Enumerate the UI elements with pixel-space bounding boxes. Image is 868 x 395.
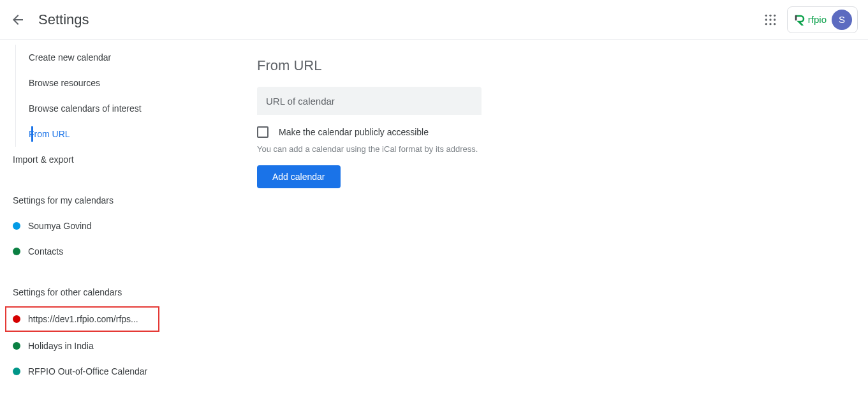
page-title: Settings [38, 11, 89, 28]
header-left: Settings [10, 11, 89, 28]
svg-point-3 [765, 19, 767, 20]
back-arrow-icon[interactable] [10, 12, 26, 27]
sidebar-item-label: Browse calendars of interest [29, 103, 142, 114]
add-calendar-button[interactable]: Add calendar [257, 165, 341, 188]
sidebar-item-label: Import & export [13, 154, 74, 165]
svg-point-4 [769, 19, 771, 20]
main-content: From URL Make the calendar publicly acce… [166, 40, 868, 395]
sidebar-cal-item[interactable]: RFPIO Out-of-Office Calendar [0, 359, 166, 384]
header: Settings rfpio S [0, 0, 868, 40]
sidebar-cal-item[interactable]: Holidays in India [0, 333, 166, 359]
sidebar-item-label: RFPIO Out-of-Office Calendar [28, 366, 147, 376]
sidebar-cal-item[interactable]: Contacts [0, 239, 166, 264]
sidebar-item-from-url[interactable]: From URL [16, 121, 166, 147]
sidebar-section-other-calendars: Settings for other calendars [0, 279, 166, 305]
public-checkbox[interactable] [257, 126, 268, 138]
sidebar-item-label: Soumya Govind [28, 221, 92, 231]
url-input[interactable] [257, 87, 482, 115]
svg-point-8 [774, 23, 776, 25]
sidebar-section-my-calendars: Settings for my calendars [0, 188, 166, 213]
svg-point-7 [769, 23, 771, 25]
sidebar-cal-item[interactable]: Soumya Govind [0, 213, 166, 239]
sidebar-item-label: Holidays in India [28, 341, 94, 351]
apps-grid-icon[interactable] [763, 12, 778, 27]
svg-point-0 [765, 14, 767, 16]
calendar-color-dot [13, 248, 20, 255]
sidebar-item-browse-resources[interactable]: Browse resources [16, 70, 166, 96]
checkbox-label: Make the calendar publicly accessible [279, 127, 429, 137]
sidebar-item-label: https://dev1.rfpio.com/rfps... [28, 314, 138, 324]
sidebar-item-browse-interest[interactable]: Browse calendars of interest [16, 96, 166, 121]
sidebar-sub-group: Create new calendar Browse resources Bro… [15, 45, 166, 147]
sidebar-item-label: Create new calendar [29, 52, 111, 63]
account-box[interactable]: rfpio S [787, 6, 858, 33]
checkbox-row: Make the calendar publicly accessible [257, 126, 868, 138]
brand-text: rfpio [808, 14, 827, 25]
svg-point-2 [774, 14, 776, 16]
svg-point-6 [765, 23, 767, 25]
calendar-color-dot [13, 315, 20, 323]
header-right: rfpio S [763, 6, 858, 33]
content: Create new calendar Browse resources Bro… [0, 40, 868, 395]
sidebar-item-import-export[interactable]: Import & export [0, 147, 166, 172]
sidebar: Create new calendar Browse resources Bro… [0, 40, 166, 395]
calendar-color-dot [13, 222, 20, 230]
svg-point-5 [774, 19, 776, 20]
sidebar-item-create-calendar[interactable]: Create new calendar [16, 45, 166, 70]
svg-point-1 [769, 14, 771, 16]
avatar[interactable]: S [832, 10, 852, 30]
sidebar-item-label: From URL [29, 129, 70, 139]
sidebar-cal-item-highlighted[interactable]: https://dev1.rfpio.com/rfps... [5, 306, 159, 332]
section-title: From URL [257, 57, 868, 74]
help-text: You can add a calendar using the iCal fo… [257, 144, 868, 154]
calendar-color-dot [13, 342, 20, 350]
calendar-color-dot [13, 368, 20, 375]
rfpio-logo: rfpio [794, 14, 827, 26]
sidebar-item-label: Browse resources [29, 78, 100, 88]
sidebar-item-label: Contacts [28, 246, 63, 257]
